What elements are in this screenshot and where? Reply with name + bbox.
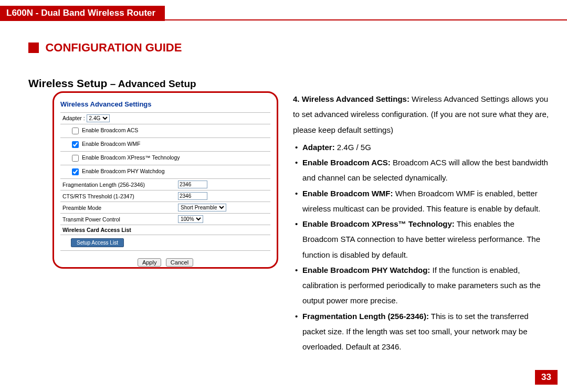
page-number: 33	[535, 370, 558, 385]
xpress-checkbox[interactable]	[72, 155, 79, 162]
apply-cancel-row: Apply Cancel	[60, 257, 270, 267]
list-item: Enable Broadcom WMF: When Broadcom WMF i…	[293, 186, 550, 217]
list-item: Enable Broadcom ACS: Broadcom ACS will a…	[293, 155, 550, 186]
apply-button[interactable]: Apply	[138, 258, 162, 267]
bullet-list: Adapter: 2.4G / 5G Enable Broadcom ACS: …	[293, 140, 550, 355]
xpress-label: Enable Broadcom XPress™ Technology	[82, 154, 180, 161]
access-label: Wireless Card Access List	[60, 225, 270, 235]
header-title: L600N - Dual Band Wireless Router	[0, 6, 165, 21]
preamble-select[interactable]: Short Preamble	[178, 204, 226, 211]
description-text: 4. Wireless Advanced Settings: Wireless …	[293, 91, 550, 354]
tx-select[interactable]: 100%	[178, 215, 203, 223]
preamble-label: Preamble Mode	[60, 202, 176, 214]
phy-label: Enable Broadcom PHY Watchdog	[82, 168, 165, 174]
red-square-icon	[28, 43, 39, 53]
wmf-label: Enable Broadcom WMF	[82, 141, 140, 147]
setup-access-button[interactable]: Setup Access List	[71, 238, 124, 247]
acs-checkbox[interactable]	[72, 128, 79, 134]
frag-input[interactable]	[178, 181, 207, 188]
cts-label: CTS/RTS Threshold (1-2347)	[60, 190, 176, 202]
section-main: Wireless Setup	[28, 77, 107, 89]
list-item: Enable Broadcom XPress™ Technology: This…	[293, 216, 550, 262]
cancel-button[interactable]: Cancel	[166, 258, 193, 267]
guide-title: CONFIGURATION GUIDE	[45, 41, 182, 55]
guide-heading: CONFIGURATION GUIDE	[28, 41, 182, 55]
wmf-checkbox[interactable]	[72, 141, 79, 148]
frag-label: Fragmentation Length (256-2346)	[60, 179, 176, 190]
section-sub: Advanced Setup	[118, 78, 196, 89]
list-item: Adapter: 2.4G / 5G	[293, 140, 550, 155]
tx-label: Transmit Power Control	[60, 214, 176, 225]
intro-bold: 4. Wireless Advanced Settings:	[293, 94, 410, 103]
acs-label: Enable Broadcom ACS	[82, 127, 138, 133]
adapter-select[interactable]: 2.4G	[87, 114, 110, 122]
list-item: Enable Broadcom PHY Watchdog: If the fun…	[293, 262, 550, 309]
phy-checkbox[interactable]	[72, 168, 79, 175]
section-heading: Wireless Setup – Advanced Setup	[28, 77, 196, 90]
settings-screenshot: Wireless Advanced Settings Adapter : 2.4…	[52, 91, 278, 269]
cts-input[interactable]	[178, 192, 207, 200]
adapter-label: Adapter :	[62, 115, 85, 121]
section-sep: –	[107, 78, 118, 89]
list-item: Fragmentation Length (256-2346): This is…	[293, 309, 550, 355]
settings-table: Adapter : 2.4G Enable Broadcom ACS Enabl…	[60, 112, 270, 251]
panel-title: Wireless Advanced Settings	[60, 100, 270, 108]
